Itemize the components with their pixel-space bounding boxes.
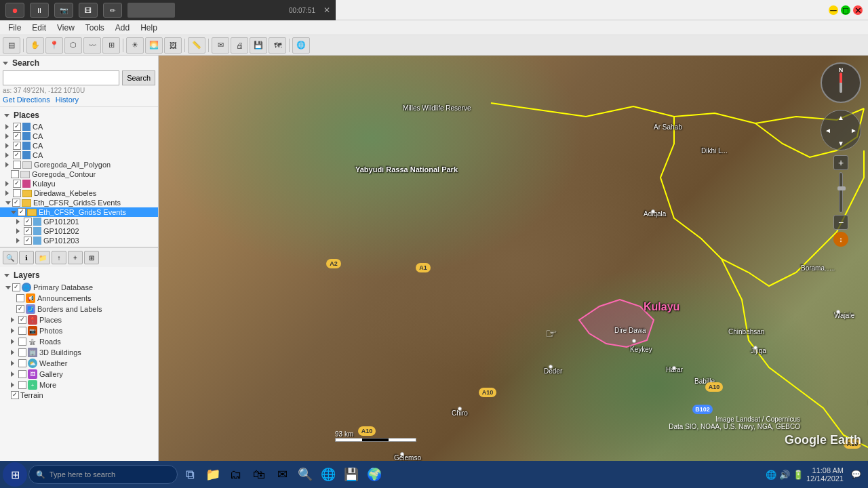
map-canvas[interactable]: Milles Wildlife Reserve Yabyudi Rassa Na… xyxy=(159,56,868,468)
ruler-button[interactable]: 📏 xyxy=(188,37,205,54)
email-button[interactable]: ✉ xyxy=(212,37,229,54)
places-item-ca1[interactable]: CA xyxy=(0,122,158,131)
checkbox[interactable] xyxy=(13,161,21,169)
taskbar-app-search2[interactable]: 🔍 xyxy=(294,464,316,485)
sky-button[interactable]: 🌅 xyxy=(145,37,163,54)
layer-terrain[interactable]: Terrain xyxy=(0,390,158,400)
nav-down-button[interactable]: ▼ xyxy=(834,136,848,150)
pencil-button[interactable]: ✏ xyxy=(103,3,122,18)
photo-button[interactable]: 🖼 xyxy=(164,37,182,54)
checkbox[interactable] xyxy=(18,316,26,324)
menu-tools[interactable]: Tools xyxy=(80,22,110,34)
search-button[interactable]: Search xyxy=(122,70,155,85)
placemark-button[interactable]: 📍 xyxy=(45,37,63,54)
save-button[interactable]: 💾 xyxy=(250,37,267,54)
sidebar-toggle-button[interactable]: ▤ xyxy=(3,37,20,54)
maximize-button[interactable]: □ xyxy=(841,5,850,15)
checkbox[interactable] xyxy=(11,170,19,178)
polygon-button[interactable]: ⬡ xyxy=(64,37,82,54)
checkbox[interactable] xyxy=(13,151,21,159)
checkbox[interactable] xyxy=(11,391,19,399)
minimize-button[interactable]: ─ xyxy=(829,5,838,15)
nav-right-button[interactable]: ► xyxy=(847,123,861,137)
layer-announcements[interactable]: 📢 Announcements xyxy=(0,293,158,304)
pause-button[interactable]: ⏸ xyxy=(30,3,49,18)
taskbar-app-folder2[interactable]: 💾 xyxy=(340,464,362,485)
sun-button[interactable]: ☀ xyxy=(126,37,144,54)
print-button[interactable]: 🖨 xyxy=(231,37,248,54)
navigation-controls[interactable]: ▲ ▼ ◄ ► + − ↕ xyxy=(821,110,861,247)
places-item-diredawa[interactable]: Diredawa_Kebeles xyxy=(0,188,158,198)
nav-ring[interactable]: ▲ ▼ ◄ ► xyxy=(821,110,861,150)
checkbox[interactable] xyxy=(24,227,32,235)
record-button[interactable]: ⏺ xyxy=(5,3,24,18)
menu-view[interactable]: View xyxy=(52,22,80,34)
search-header[interactable]: Search xyxy=(3,58,155,68)
layer-primary-database[interactable]: 🌐 Primary Database xyxy=(0,282,158,293)
taskbar-search[interactable]: 🔍 Type here to search xyxy=(28,465,178,484)
menu-edit[interactable]: Edit xyxy=(26,22,52,34)
checkbox[interactable] xyxy=(18,381,26,389)
hand-tool-button[interactable]: ✋ xyxy=(26,37,44,54)
layer-more[interactable]: + More xyxy=(0,380,158,390)
battery-icon[interactable]: 🔋 xyxy=(793,470,804,480)
checkbox[interactable] xyxy=(24,237,32,245)
menu-help[interactable]: Help xyxy=(135,22,163,34)
checkbox[interactable] xyxy=(16,294,24,302)
checkbox[interactable] xyxy=(18,370,26,378)
close-button[interactable]: ✕ xyxy=(853,5,863,15)
move-up-button[interactable]: ↑ xyxy=(52,251,66,264)
checkbox[interactable] xyxy=(16,305,24,313)
map-button[interactable]: 🗺 xyxy=(269,37,286,54)
map-area[interactable]: Milles Wildlife Reserve Yabyudi Rassa Na… xyxy=(159,56,868,468)
places-item-goregoda-contour[interactable]: Goregoda_Contour xyxy=(0,169,158,179)
checkbox[interactable] xyxy=(18,348,26,357)
globe-nav-button[interactable]: 🌐 xyxy=(292,37,310,54)
layer-weather[interactable]: ⛅ Weather xyxy=(0,358,158,369)
checkbox[interactable] xyxy=(13,180,21,188)
checkbox[interactable] xyxy=(13,142,21,150)
checkbox[interactable] xyxy=(13,189,21,197)
zoom-out-button[interactable]: − xyxy=(833,215,848,230)
places-item-eth-events-child[interactable]: Eth_CFSR_GridsS Events xyxy=(0,207,158,217)
checkbox[interactable] xyxy=(24,218,32,226)
layer-roads[interactable]: 🛣 Roads xyxy=(0,336,158,347)
path-button[interactable]: 〰 xyxy=(83,37,101,54)
screenshot-button[interactable]: 📷 xyxy=(54,3,73,18)
volume-icon[interactable]: 🔊 xyxy=(779,470,790,480)
nav-left-button[interactable]: ◄ xyxy=(821,123,835,137)
details-button[interactable]: ℹ xyxy=(19,251,34,264)
taskview-button[interactable]: ⧉ xyxy=(179,464,201,485)
places-item-kulayu[interactable]: Kulayu xyxy=(0,179,158,188)
taskbar-app-ge[interactable]: 🌍 xyxy=(363,464,385,485)
places-item-ca4[interactable]: CA xyxy=(0,150,158,160)
taskbar-app-store[interactable]: 🛍 xyxy=(248,464,270,485)
zoom-thumb[interactable] xyxy=(837,186,846,190)
get-directions-link[interactable]: Get Directions xyxy=(3,96,50,104)
tilt-button[interactable]: ↕ xyxy=(833,232,848,247)
checkbox[interactable] xyxy=(18,338,26,346)
places-item-gp101201[interactable]: GP101201 xyxy=(0,217,158,226)
checkbox[interactable] xyxy=(12,283,20,291)
recbar-close[interactable]: ✕ xyxy=(323,5,330,15)
places-item-ca2[interactable]: CA xyxy=(0,131,158,141)
menu-file[interactable]: File xyxy=(3,22,26,34)
layer-3d-buildings[interactable]: 🏢 3D Buildings xyxy=(0,347,158,358)
system-clock[interactable]: 11:08 AM12/14/2021 xyxy=(806,466,844,483)
add-folder-button[interactable]: 📁 xyxy=(35,251,50,264)
compass[interactable]: N xyxy=(821,62,861,103)
layers-header[interactable]: Layers xyxy=(0,268,158,282)
search-in-places-button[interactable]: 🔍 xyxy=(3,251,18,264)
layer-borders[interactable]: 🗾 Borders and Labels xyxy=(0,304,158,314)
taskbar-app-files[interactable]: 🗂 xyxy=(225,464,247,485)
new-button[interactable]: + xyxy=(68,251,83,264)
search-input[interactable] xyxy=(3,70,119,85)
checkbox[interactable] xyxy=(18,327,26,335)
notification-button[interactable]: 💬 xyxy=(846,465,865,484)
zoom-in-button[interactable]: + xyxy=(833,155,848,170)
overlay-button[interactable]: ⊞ xyxy=(102,37,120,54)
taskbar-app-mail[interactable]: ✉ xyxy=(271,464,293,485)
places-item-eth-events-parent[interactable]: Eth_CFSR_GridsS Events xyxy=(0,198,158,207)
manage-button[interactable]: ⊞ xyxy=(84,251,99,264)
window-controls[interactable]: ─ □ ✕ xyxy=(829,5,863,15)
